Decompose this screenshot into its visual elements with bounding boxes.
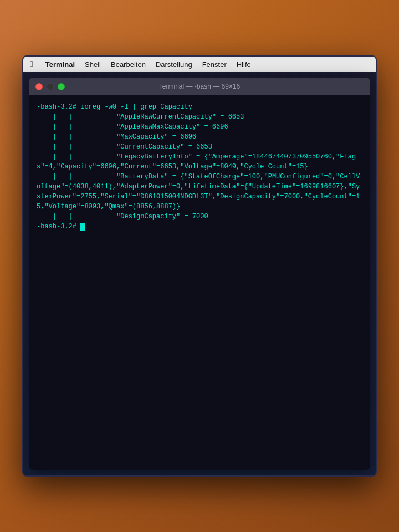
terminal-line-7: | | "BatteryData" = {"StateOfCharge"=100…	[37, 172, 362, 212]
monitor-frame:  Terminal Shell Bearbeiten Darstellung …	[22, 55, 377, 477]
menu-item-fenster[interactable]: Fenster	[202, 60, 227, 69]
close-button[interactable]	[35, 83, 43, 90]
terminal-line-8: | | "DesignCapacity" = 7000	[37, 212, 362, 222]
terminal-line-4: | | "MaxCapacity" = 6696	[37, 132, 362, 142]
menu-item-darstellung[interactable]: Darstellung	[156, 60, 192, 69]
terminal-line-prompt: -bash-3.2#	[37, 222, 362, 232]
traffic-lights	[35, 83, 65, 90]
terminal-cursor	[80, 223, 85, 231]
terminal-titlebar: Terminal — -bash — 69×16	[29, 78, 370, 95]
menu-item-hilfe[interactable]: Hilfe	[237, 60, 251, 69]
menu-item-bearbeiten[interactable]: Bearbeiten	[111, 60, 146, 69]
menu-item-terminal[interactable]: Terminal	[45, 60, 75, 69]
terminal-title: Terminal — -bash — 69×16	[159, 83, 240, 90]
terminal-body[interactable]: -bash-3.2# ioreg -w0 -l | grep Capacity …	[29, 95, 370, 470]
terminal-line-5: | | "CurrentCapacity" = 6653	[37, 142, 362, 152]
apple-logo-icon: 	[30, 59, 33, 69]
terminal-line-6: | | "LegacyBatteryInfo" = {"Amperage"=18…	[37, 152, 362, 172]
terminal-line-2: | | "AppleRawCurrentCapacity" = 6653	[37, 112, 362, 122]
maximize-button[interactable]	[58, 83, 65, 90]
terminal-line-3: | | "AppleRawMaxCapacity" = 6696	[37, 122, 362, 132]
minimize-button[interactable]	[47, 83, 54, 90]
terminal-line-1: -bash-3.2# ioreg -w0 -l | grep Capacity	[37, 102, 362, 112]
menu-bar:  Terminal Shell Bearbeiten Darstellung …	[23, 57, 376, 72]
menu-item-shell[interactable]: Shell	[85, 60, 101, 69]
terminal-window: Terminal — -bash — 69×16 -bash-3.2# iore…	[29, 78, 370, 470]
